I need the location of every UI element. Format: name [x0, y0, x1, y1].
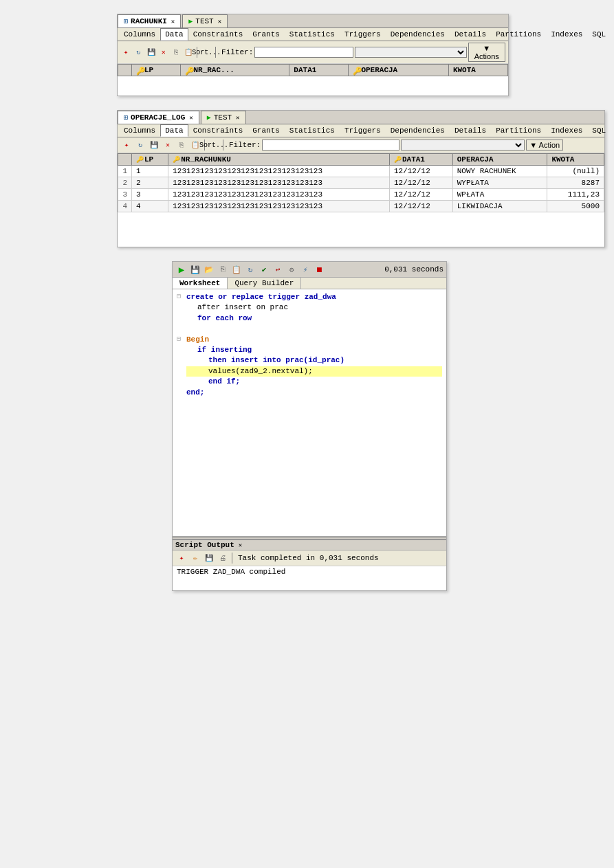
action-btn-2[interactable]: ▼ Action	[526, 140, 563, 151]
cell-data1: 12/12/12	[389, 189, 452, 201]
subtab-columns-2[interactable]: Columns	[119, 124, 160, 137]
copy-btn-2[interactable]: ⎘	[175, 139, 188, 151]
ws-run-btn[interactable]: ▶	[175, 263, 188, 276]
ws-stop-btn[interactable]: ⏹	[313, 263, 325, 276]
tab-rachunki-label: RACHUNKI	[131, 17, 167, 25]
subtab-grants-1[interactable]: Grants	[248, 28, 285, 41]
filter-input-2[interactable]	[262, 140, 399, 151]
cell-kwota: 5000	[547, 201, 604, 212]
so-save-btn[interactable]: 💾	[203, 552, 215, 564]
code-text-blank	[186, 324, 442, 334]
col-header-nr-1[interactable]: 🔑NR_RAC...	[181, 65, 289, 76]
tab-operacje-label: OPERACJE_LOG	[131, 113, 185, 122]
tab-test1[interactable]: ▶ TEST ✕	[182, 14, 228, 27]
fold-icon-4[interactable]: ⊟	[177, 335, 186, 344]
table-row[interactable]: 2 2 123123123123123123123123123123123 12…	[118, 177, 604, 189]
ws-open-btn[interactable]: 📂	[203, 263, 215, 276]
refresh-btn-1[interactable]: ↻	[133, 46, 144, 58]
sort-btn-2[interactable]: Sort...	[208, 139, 220, 151]
save-btn-2[interactable]: 💾	[148, 139, 160, 151]
add-row-btn-1[interactable]: ✦	[120, 46, 131, 58]
col-icon-nr-2: 🔑	[173, 156, 179, 163]
row-num: 2	[118, 177, 132, 189]
tab-rachunki-close[interactable]: ✕	[171, 18, 175, 25]
code-area[interactable]: ⊟ create or replace trigger zad_dwa afte…	[173, 289, 446, 537]
col-header-data1-1[interactable]: DATA1	[289, 65, 349, 76]
cell-lp: 3	[132, 189, 168, 201]
col-header-nr-2[interactable]: 🔑NR_RACHUNKU	[168, 154, 390, 166]
filter-dropdown-1[interactable]	[355, 47, 466, 58]
col-header-empty-1	[118, 65, 132, 76]
script-output-header: Script Output ✕	[173, 539, 446, 550]
subtab-statistics-2[interactable]: Statistics	[285, 124, 340, 137]
toolbar-operacje: ✦ ↻ 💾 ✕ ⎘ 📋 Sort... Filter: ▼ Action	[118, 137, 604, 153]
col-header-data1-2[interactable]: 🔑DATA1	[389, 154, 452, 166]
ws-tab-worksheet[interactable]: Worksheet	[173, 278, 228, 289]
subtab-partitions-2[interactable]: Partitions	[491, 124, 546, 137]
copy-btn-1[interactable]: ⎘	[171, 46, 182, 58]
subtab-partitions-1[interactable]: Partitions	[491, 28, 546, 41]
col-header-operacja-1[interactable]: 🔑OPERACJA	[349, 65, 449, 76]
tab-test2-close[interactable]: ✕	[236, 114, 239, 122]
ws-copy-btn[interactable]: ⎘	[217, 263, 229, 276]
tab-operacje-close[interactable]: ✕	[189, 114, 193, 122]
page-wrapper: ⊞ RACHUNKI ✕ ▶ TEST ✕ Columns Data Const…	[0, 0, 614, 868]
ws-save-btn[interactable]: 💾	[189, 263, 201, 276]
refresh-btn-2[interactable]: ↻	[134, 139, 146, 151]
col-header-lp-2[interactable]: 🔑LP	[132, 154, 168, 166]
subtab-constraints-2[interactable]: Constraints	[188, 124, 248, 137]
so-print-btn[interactable]: 🖨	[217, 552, 229, 564]
subtab-data-1[interactable]: Data	[160, 28, 188, 41]
data-table-operacje: 🔑LP 🔑NR_RACHUNKU 🔑DATA1 OPERACJA KWOTA 1…	[118, 153, 604, 212]
ws-settings-btn[interactable]: ⚙	[285, 263, 298, 276]
col-header-lp-1[interactable]: 🔑LP	[132, 65, 181, 76]
tab-rachunki[interactable]: ⊞ RACHUNKI ✕	[118, 14, 181, 27]
col-header-kwota-2[interactable]: KWOTA	[547, 154, 604, 166]
code-text-4: Begin	[186, 335, 442, 345]
col-header-kwota-1[interactable]: KWOTA	[448, 65, 507, 76]
subtab-columns-1[interactable]: Columns	[119, 28, 160, 41]
cell-nr: 123123123123123123123123123123123	[168, 201, 390, 212]
subtab-triggers-2[interactable]: Triggers	[340, 124, 386, 137]
subtab-details-2[interactable]: Details	[450, 124, 491, 137]
col-header-operacja-2[interactable]: OPERACJA	[452, 154, 547, 166]
table-row[interactable]: 4 4 123123123123123123123123123123123 12…	[118, 201, 604, 212]
delete-btn-2[interactable]: ✕	[162, 139, 174, 151]
code-text-7: values(zad9_2.nextval);	[186, 366, 442, 377]
tab-test1-close[interactable]: ✕	[218, 18, 221, 25]
filter-dropdown-2[interactable]	[401, 140, 525, 151]
tab-test2[interactable]: ▶ TEST ✕	[201, 111, 246, 124]
ws-execute-btn[interactable]: ⚡	[299, 263, 311, 276]
subtab-sql-1[interactable]: SQL	[587, 28, 611, 41]
so-pencil-btn[interactable]: ✏	[189, 552, 201, 564]
add-row-btn-2[interactable]: ✦	[120, 139, 133, 151]
table-row[interactable]: 1 1 123123123123123123123123123123123 12…	[118, 166, 604, 177]
ws-rollback-btn[interactable]: ↩	[272, 263, 284, 276]
tab-operacje[interactable]: ⊞ OPERACJE_LOG ✕	[118, 111, 199, 124]
subtab-sql-2[interactable]: SQL	[587, 124, 611, 137]
actions-btn-1[interactable]: ▼ Actions	[468, 43, 506, 62]
sort-btn-1[interactable]: Sort...	[200, 46, 212, 58]
subtab-dependencies-1[interactable]: Dependencies	[386, 28, 450, 41]
filter-input-1[interactable]	[254, 47, 353, 58]
subtab-details-1[interactable]: Details	[450, 28, 491, 41]
script-output-close[interactable]: ✕	[239, 542, 242, 549]
ws-refresh-btn[interactable]: ↻	[244, 263, 256, 276]
subtab-triggers-1[interactable]: Triggers	[340, 28, 386, 41]
subtab-constraints-1[interactable]: Constraints	[188, 28, 248, 41]
ws-paste-btn[interactable]: 📋	[230, 263, 243, 276]
compiled-message: TRIGGER ZAD_DWA compiled	[173, 566, 446, 587]
subtab-indexes-2[interactable]: Indexes	[546, 124, 587, 137]
subtab-grants-2[interactable]: Grants	[248, 124, 285, 137]
delete-btn-1[interactable]: ✕	[158, 46, 169, 58]
subtab-dependencies-2[interactable]: Dependencies	[386, 124, 450, 137]
ws-commit-btn[interactable]: ✔	[258, 263, 270, 276]
save-btn-1[interactable]: 💾	[145, 46, 156, 58]
ws-tab-querybuilder[interactable]: Query Builder	[228, 278, 301, 289]
so-add-btn[interactable]: ✦	[175, 552, 188, 564]
table-row[interactable]: 3 3 123123123123123123123123123123123 12…	[118, 189, 604, 201]
subtab-data-2[interactable]: Data	[160, 124, 188, 137]
fold-icon-1[interactable]: ⊟	[177, 292, 186, 302]
subtab-indexes-1[interactable]: Indexes	[546, 28, 587, 41]
subtab-statistics-1[interactable]: Statistics	[285, 28, 340, 41]
